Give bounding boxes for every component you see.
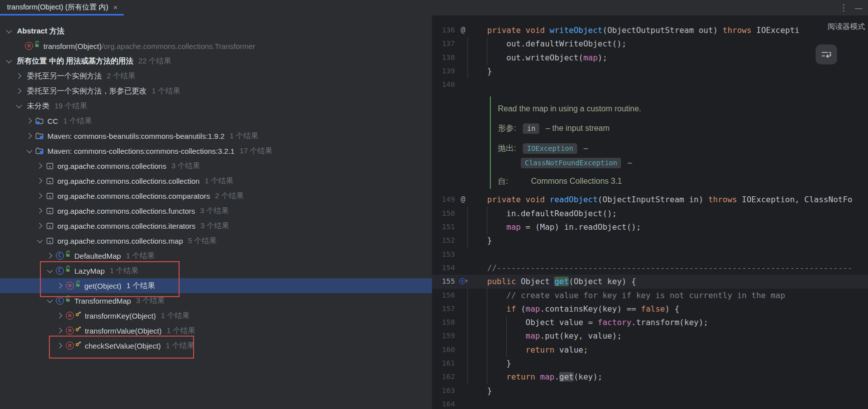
tree-row-label: 所有位置 中的 用法或基方法的用法	[17, 56, 133, 66]
result-count: 1 个结果	[166, 341, 195, 351]
method-icon: m	[66, 282, 74, 290]
chevron-right-icon[interactable]	[34, 203, 46, 218]
javadoc-throws-label: 抛出:	[498, 143, 521, 154]
chevron-down-icon[interactable]	[3, 53, 15, 68]
line-number: 149	[432, 193, 455, 206]
tree-row[interactable]: mcheckSetValue(Object)1 个结果	[0, 338, 432, 353]
tree-row-label: org.apache.commons.collections.map	[57, 237, 183, 245]
line-number: 157	[432, 302, 455, 316]
tree-row[interactable]: org.apache.commons.collections.collectio…	[0, 173, 432, 188]
tree-row-label: DefaultedMap	[74, 252, 121, 260]
visibility-icon	[75, 280, 81, 289]
chevron-right-icon[interactable]	[54, 323, 66, 338]
chevron-right-icon[interactable]	[23, 113, 35, 128]
package-icon	[46, 207, 54, 215]
usages-tab[interactable]: transform(Object) (所有位置 内) ×	[0, 0, 125, 14]
visibility-icon	[34, 40, 40, 49]
options-menu-icon[interactable]: ⋮	[837, 0, 850, 15]
public-open-lock-icon	[65, 265, 71, 272]
tree-row[interactable]: mtransform(Object) /org.apache.commons.c…	[0, 38, 432, 53]
close-icon[interactable]: ×	[113, 3, 118, 11]
code-text: Object value = factory.transform(key);	[468, 316, 708, 329]
usage-row-selected[interactable]: mget(Object)1 个结果	[0, 278, 432, 293]
chevron-right-icon[interactable]	[44, 248, 56, 263]
chevron-down-icon[interactable]	[23, 143, 35, 158]
code-line: 137 out.defaultWriteObject();	[432, 37, 868, 50]
result-count: 1 个结果	[126, 251, 155, 261]
chevron-right-icon[interactable]	[13, 83, 25, 98]
code-text: out.defaultWriteObject();	[468, 37, 627, 50]
tree-row[interactable]: org.apache.commons.collections.map5 个结果	[0, 233, 432, 248]
code-line: 136@ private void writeObject(ObjectOutp…	[432, 23, 868, 37]
maven-library-icon-svg	[35, 147, 44, 155]
result-count: 1 个结果	[161, 311, 190, 321]
tree-row[interactable]: org.apache.commons.collections.iterators…	[0, 218, 432, 233]
tree-row[interactable]: CTransformedMap3 个结果	[0, 293, 432, 308]
tree-row[interactable]: Maven: commons-collections:commons-colle…	[0, 143, 432, 158]
tree-row[interactable]: org.apache.commons.collections.functors3…	[0, 203, 432, 218]
package-icon	[46, 177, 54, 185]
chevron-right-icon[interactable]	[34, 218, 46, 233]
chevron-down-icon[interactable]	[3, 23, 15, 38]
implements-method-gutter-icon[interactable]: ↑	[458, 275, 468, 290]
tree-row[interactable]: 委托至另一个实例方法2 个结果	[0, 68, 432, 83]
tree-row[interactable]: mtransformValue(Object)1 个结果	[0, 323, 432, 338]
chevron-right-icon[interactable]	[13, 68, 25, 83]
tree-row[interactable]: 未分类19 个结果	[0, 98, 432, 113]
annotation-gutter-icon[interactable]: @	[458, 23, 468, 37]
line-number: 159	[432, 329, 455, 343]
line-number: 158	[432, 316, 455, 329]
tree-row[interactable]: org.apache.commons.collections.comparato…	[0, 188, 432, 203]
chevron-right-icon[interactable]	[34, 188, 46, 203]
javadoc-throws-row-1: 抛出: IOException –	[498, 143, 588, 154]
tree-row[interactable]: Abstract 方法	[0, 23, 432, 38]
javadoc-throws-chip-classnotfound[interactable]: ClassNotFoundException	[521, 158, 621, 168]
result-count: 19 个结果	[54, 101, 87, 111]
tree-row[interactable]: Maven: commons-beanutils:commons-beanuti…	[0, 128, 432, 143]
javadoc-since-label: 自:	[498, 176, 521, 187]
javadoc-throws-chip-ioexception[interactable]: IOException	[523, 143, 577, 154]
chevron-down-icon[interactable]	[13, 98, 25, 113]
annotation-gutter-icon[interactable]: @	[458, 193, 468, 206]
chevron-right-icon[interactable]	[34, 173, 46, 188]
line-number: 161	[432, 357, 455, 370]
indent-guide	[487, 289, 487, 384]
package-icon	[46, 162, 54, 170]
indent-guide	[506, 316, 507, 357]
chevron-right-icon[interactable]	[23, 128, 35, 143]
code-preview-editor[interactable]: 136@ private void writeObject(ObjectOutp…	[432, 15, 868, 409]
tree-row-label: org.apache.commons.collections.iterators	[57, 222, 196, 230]
tree-row[interactable]: org.apache.commons.collections3 个结果	[0, 158, 432, 173]
code-line: 150 in.defaultReadObject();	[432, 207, 868, 220]
tree-row[interactable]: 所有位置 中的 用法或基方法的用法22 个结果	[0, 53, 432, 68]
chevron-right-icon[interactable]	[54, 278, 66, 293]
library-icon	[35, 147, 44, 155]
chevron-right-icon[interactable]	[34, 158, 46, 173]
hide-toolwindow-icon[interactable]: —	[852, 0, 865, 15]
chevron-down-icon[interactable]	[44, 293, 56, 308]
tree-row[interactable]: CC1 个结果	[0, 113, 432, 128]
result-count: 3 个结果	[200, 206, 229, 216]
visibility-icon	[75, 340, 82, 349]
public-open-lock-icon	[75, 280, 81, 287]
package-icon	[46, 222, 54, 230]
reader-mode-button[interactable]: 阅读器模式	[823, 22, 865, 31]
soft-wrap-button[interactable]	[816, 44, 837, 64]
line-number: 163	[432, 384, 455, 398]
javadoc-since-row: 自: Commons Collections 3.1	[498, 176, 622, 187]
chevron-right-icon[interactable]	[54, 338, 66, 353]
tree-row[interactable]: mtransformKey(Object)1 个结果	[0, 308, 432, 323]
result-count: 3 个结果	[136, 296, 165, 306]
tree-row[interactable]: CDefaultedMap1 个结果	[0, 248, 432, 263]
tree-row[interactable]: CLazyMap1 个结果	[0, 263, 432, 278]
chevron-down-icon[interactable]	[44, 263, 56, 278]
visibility-icon	[65, 295, 71, 304]
tree-row-label: checkSetValue(Object)	[85, 342, 161, 350]
indent-guide	[487, 207, 487, 234]
tree-row[interactable]: 委托至另一个实例方法，形参已更改1 个结果	[0, 83, 432, 98]
code-line: 151 map = (Map) in.readObject();	[432, 220, 868, 234]
chevron-right-icon[interactable]	[54, 308, 66, 323]
chevron-down-icon[interactable]	[34, 233, 46, 248]
code-text: if (map.containsKey(key) == false) {	[468, 302, 679, 316]
line-number: 156	[432, 289, 455, 302]
